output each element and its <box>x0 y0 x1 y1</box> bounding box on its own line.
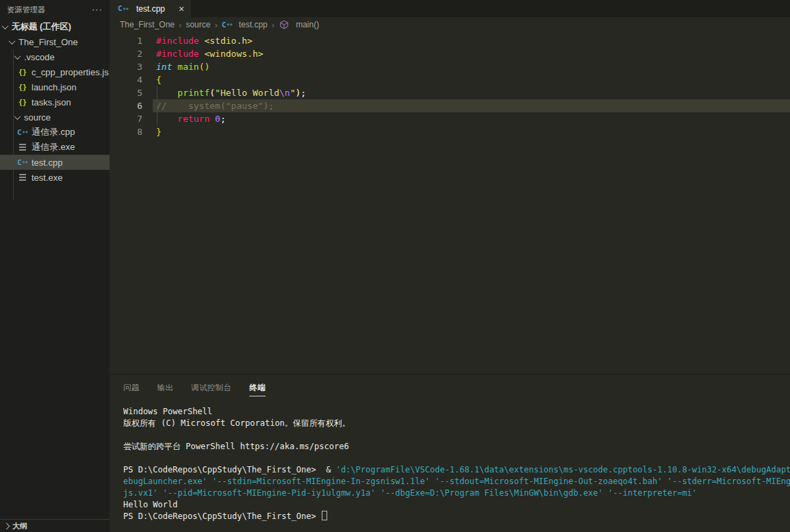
line-number: 4 <box>110 73 142 86</box>
outline-label: 大纲 <box>12 521 27 531</box>
code-line-content: } <box>156 125 790 138</box>
binary-file-icon <box>19 174 26 181</box>
chevron-down-icon <box>14 113 21 120</box>
chevron-right-icon <box>3 522 10 529</box>
chevron-down-icon <box>14 53 21 60</box>
breadcrumb-the-first-one[interactable]: The_First_One <box>120 20 175 29</box>
tree-item-file-tongxinlu-cpp[interactable]: C++通信录.cpp <box>0 125 110 140</box>
json-file-icon: {} <box>17 68 28 76</box>
breadcrumb-label: source <box>186 20 210 29</box>
code-line-content: printf("Hello World\n"); <box>156 86 790 99</box>
breadcrumb: The_First_One›source›C++test.cpp›main() <box>110 17 790 32</box>
code-line: 7 return 0; <box>110 112 790 125</box>
bottom-panel: 问题输出调试控制台终端 Windows PowerShell版权所有 (C) M… <box>110 374 790 532</box>
terminal-line: 尝试新的跨平台 PowerShell https://aka.ms/pscore… <box>123 441 790 453</box>
terminal-line <box>123 429 790 441</box>
panel-tab-output[interactable]: 输出 <box>157 379 174 396</box>
line-number: 2 <box>110 47 142 60</box>
tree-item-folder-the-first-one[interactable]: The_First_One <box>0 34 110 49</box>
breadcrumb-test-cpp[interactable]: C++test.cpp <box>222 20 268 29</box>
tree-item-file-test-cpp[interactable]: C++test.cpp <box>0 155 110 170</box>
line-number: 5 <box>110 86 142 99</box>
code-editor[interactable]: 1#include <stdio.h>2#include <windows.h>… <box>110 32 790 374</box>
line-number: 1 <box>110 34 142 47</box>
breadcrumb-label: The_First_One <box>120 20 175 29</box>
terminal-line <box>123 453 790 464</box>
tab-test-cpp[interactable]: C++test.cpp× <box>110 0 191 17</box>
code-line: 2#include <windows.h> <box>110 47 790 60</box>
code-line-content: int main() <box>156 60 790 73</box>
tree-item-file-launch-json[interactable]: {}launch.json <box>0 79 110 94</box>
cpp-file-icon: C++ <box>118 4 129 13</box>
terminal-line: Windows PowerShell <box>123 406 790 418</box>
chevron-down-icon <box>2 23 9 29</box>
binary-file-icon <box>19 144 26 151</box>
tree-item-file-tasks-json[interactable]: {}tasks.json <box>0 94 110 110</box>
code-line-content: return 0; <box>156 112 790 125</box>
terminal-line: ebugLauncher.exe' '--stdin=Microsoft-MIE… <box>123 476 790 487</box>
panel-tab-debug-console[interactable]: 调试控制台 <box>191 379 231 396</box>
panel-tab-terminal[interactable]: 终端 <box>249 379 266 396</box>
tree-item-label: tasks.json <box>31 97 71 107</box>
breadcrumb-label: test.cpp <box>239 20 268 29</box>
terminal-cursor <box>322 511 327 520</box>
code-line: 1#include <stdio.h> <box>110 34 790 47</box>
close-icon[interactable]: × <box>179 3 184 14</box>
code-line-current: 6// system("pause"); <box>110 99 790 112</box>
tab-bar: C++test.cpp× <box>110 0 790 17</box>
breadcrumb-separator-icon: › <box>179 20 181 30</box>
tree-item-label: source <box>24 112 51 123</box>
json-file-icon: {} <box>17 84 28 91</box>
tree-item-folder-source[interactable]: source <box>0 110 110 125</box>
breadcrumb-source[interactable]: source <box>186 20 210 29</box>
code-line-content: #include <stdio.h> <box>156 34 790 47</box>
editor-group: C++test.cpp× The_First_One›source›C++tes… <box>110 0 790 532</box>
breadcrumb-main[interactable]: main() <box>279 20 319 29</box>
tree-item-label: .vscode <box>24 52 55 62</box>
explorer-sidebar: 资源管理器 ··· 无标题 (工作区)The_First_One.vscode{… <box>0 0 110 532</box>
code-line: 3int main() <box>110 60 790 73</box>
cpp-file-icon: C++ <box>17 158 28 167</box>
more-actions-icon[interactable]: ··· <box>92 6 103 13</box>
panel-tab-problems[interactable]: 问题 <box>123 379 140 396</box>
breadcrumb-label: main() <box>296 20 319 29</box>
outline-section-header[interactable]: 大纲 <box>0 519 110 532</box>
tree-item-label: 通信录.cpp <box>31 126 75 138</box>
chevron-down-icon <box>9 38 16 45</box>
line-number: 7 <box>110 112 142 125</box>
terminal-line: PS D:\CodeRepos\CppStudy\The_First_One> <box>123 511 790 522</box>
code-line-content: // system("pause"); <box>153 99 790 112</box>
tree-item-file-c-cpp-properties[interactable]: {}c_cpp_properties.js... <box>0 64 110 79</box>
vscode-window: 资源管理器 ··· 无标题 (工作区)The_First_One.vscode{… <box>0 0 790 532</box>
file-tree: 无标题 (工作区)The_First_One.vscode{}c_cpp_pro… <box>0 19 110 185</box>
code-line: 8} <box>110 125 790 138</box>
tree-item-file-test-exe[interactable]: test.exe <box>0 170 110 185</box>
code-line: 5 printf("Hello World\n"); <box>110 86 790 99</box>
code-line: 4{ <box>110 73 790 86</box>
line-number: 3 <box>110 60 142 73</box>
json-file-icon: {} <box>17 99 28 106</box>
breadcrumb-separator-icon: › <box>214 20 217 30</box>
tree-item-file-tongxinlu-exe[interactable]: 通信录.exe <box>0 140 110 155</box>
tab-label: test.cpp <box>136 4 165 14</box>
cpp-file-icon: C++ <box>17 128 28 137</box>
tree-item-label: launch.json <box>31 82 77 92</box>
editor-indent-guide <box>157 86 157 125</box>
tree-item-label: 无标题 (工作区) <box>12 21 71 33</box>
terminal-output[interactable]: Windows PowerShell版权所有 (C) Microsoft Cor… <box>110 401 790 532</box>
code-line-content: { <box>156 73 790 86</box>
breadcrumb-separator-icon: › <box>272 20 275 30</box>
panel-tab-bar: 问题输出调试控制台终端 <box>110 375 790 401</box>
tree-item-label: 通信录.exe <box>31 141 75 153</box>
tree-item-label: test.exe <box>31 173 63 183</box>
tree-item-label: c_cpp_properties.js... <box>31 67 110 77</box>
tree-item-label: test.cpp <box>31 157 63 168</box>
terminal-line: 版权所有 (C) Microsoft Corporation。保留所有权利。 <box>123 418 790 429</box>
line-number: 6 <box>110 99 142 112</box>
explorer-title: 资源管理器 <box>7 5 92 15</box>
tree-item-folder-vscode[interactable]: .vscode <box>0 49 110 64</box>
tree-item-label: The_First_One <box>18 37 78 47</box>
line-number: 8 <box>110 125 142 138</box>
tree-item-workspace-root[interactable]: 无标题 (工作区) <box>0 19 110 34</box>
symbol-method-icon <box>279 20 290 29</box>
